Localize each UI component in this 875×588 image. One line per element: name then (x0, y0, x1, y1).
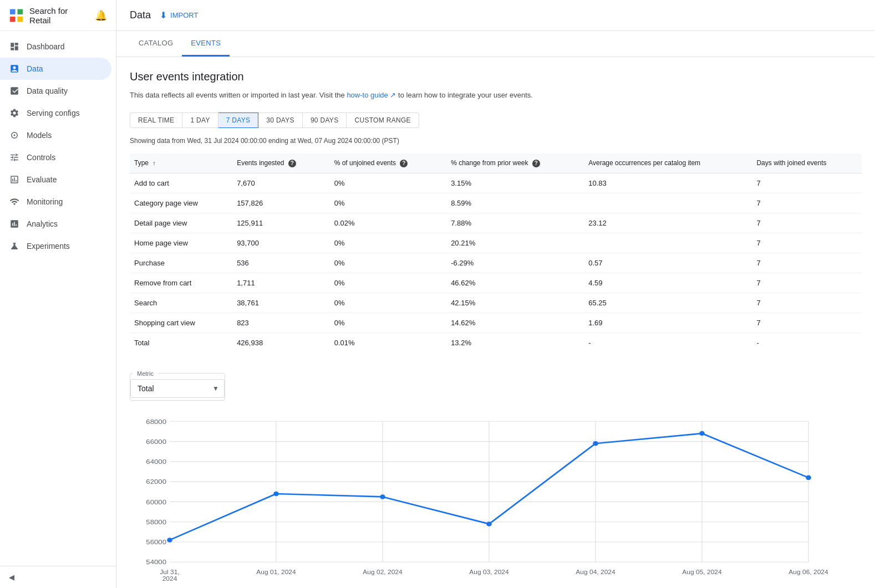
sidebar: Search for Retail 🔔 Dashboard Data Data … (0, 0, 116, 588)
time-btn-90-days[interactable]: 90 DAYS (303, 113, 347, 128)
sidebar-item-analytics[interactable]: Analytics (0, 213, 111, 235)
svg-rect-1 (17, 9, 23, 14)
col-header-days-joined: Days with joined events (750, 154, 862, 173)
table-row: Detail page view 125,911 0.02% 7.88% 23.… (130, 213, 862, 233)
cell-pct-unjoined: 0% (328, 273, 444, 293)
sidebar-item-serving-configs[interactable]: Serving configs (0, 102, 111, 124)
svg-text:58000: 58000 (146, 518, 166, 525)
table-row: Home page view 93,700 0% 20.21% 7 (130, 233, 862, 253)
cell-type: Total (130, 333, 230, 352)
col-header-pct-change[interactable]: % change from prior week ? (444, 154, 582, 173)
metric-section: Metric TotalAdd to cartCategory page vie… (130, 370, 862, 401)
tabs-bar: CATALOG EVENTS (116, 31, 875, 57)
cell-avg-occurrences (582, 193, 750, 213)
sidebar-item-dashboard[interactable]: Dashboard (0, 35, 111, 58)
svg-text:Aug 01, 2024: Aug 01, 2024 (256, 569, 296, 575)
metric-legend: Metric (133, 370, 158, 377)
events-ingested-help-icon[interactable]: ? (288, 160, 296, 167)
chart-point-3 (486, 521, 492, 526)
sidebar-item-monitoring[interactable]: Monitoring (0, 191, 111, 213)
col-header-pct-unjoined[interactable]: % of unjoined events ? (328, 154, 444, 173)
metric-fieldset: Metric TotalAdd to cartCategory page vie… (130, 370, 225, 401)
svg-text:Aug 05, 2024: Aug 05, 2024 (682, 569, 721, 575)
content-area: CATALOG EVENTS User events integration T… (116, 31, 875, 588)
cell-days-joined: 7 (750, 213, 862, 233)
table-row: Shopping cart view 823 0% 14.62% 1.69 7 (130, 313, 862, 333)
svg-text:Aug 02, 2024: Aug 02, 2024 (363, 569, 402, 575)
svg-text:62000: 62000 (146, 478, 166, 485)
time-btn-30-days[interactable]: 30 DAYS (258, 113, 303, 128)
app-title: Search for Retail (29, 6, 89, 25)
sidebar-item-models-label: Models (27, 131, 52, 140)
svg-rect-0 (10, 9, 16, 14)
tab-events[interactable]: EVENTS (182, 31, 230, 57)
col-header-type[interactable]: Type ↑ (130, 154, 230, 173)
cell-pct-change: 42.15% (444, 293, 582, 313)
chart-point-4 (593, 441, 598, 446)
main-content: Data ⬇ IMPORT CATALOG EVENTS User events… (116, 0, 875, 588)
cell-events-ingested: 7,670 (230, 173, 328, 193)
cell-type: Purchase (130, 253, 230, 273)
cell-avg-occurrences: 0.57 (582, 253, 750, 273)
time-btn-real-time[interactable]: REAL TIME (130, 113, 182, 128)
cell-type: Shopping cart view (130, 313, 230, 333)
sidebar-item-data[interactable]: Data (0, 58, 111, 80)
chart-point-1 (273, 492, 279, 497)
sidebar-item-evaluate[interactable]: Evaluate (0, 168, 111, 191)
cell-pct-change: 20.21% (444, 233, 582, 253)
table-row: Search 38,761 0% 42.15% 65.25 7 (130, 293, 862, 313)
table-row: Total 426,938 0.01% 13.2% - - (130, 333, 862, 352)
cell-pct-unjoined: 0% (328, 293, 444, 313)
cell-events-ingested: 38,761 (230, 293, 328, 313)
chart-point-5 (699, 431, 705, 436)
svg-text:60000: 60000 (146, 498, 166, 505)
cell-avg-occurrences (582, 233, 750, 253)
cell-type: Add to cart (130, 173, 230, 193)
cell-days-joined: 7 (750, 293, 862, 313)
data-quality-icon (9, 85, 20, 96)
sidebar-item-experiments[interactable]: Experiments (0, 235, 111, 257)
sidebar-item-evaluate-label: Evaluate (27, 175, 57, 184)
notification-bell-icon[interactable]: 🔔 (95, 9, 107, 22)
data-icon (9, 63, 20, 74)
pct-change-help-icon[interactable]: ? (532, 160, 540, 167)
pct-unjoined-help-icon[interactable]: ? (400, 160, 408, 167)
how-to-guide-link[interactable]: how-to guide ↗ (347, 91, 396, 99)
svg-rect-3 (17, 16, 23, 22)
time-btn-1-day[interactable]: 1 DAY (182, 113, 218, 128)
cell-days-joined: 7 (750, 273, 862, 293)
sidebar-item-controls[interactable]: Controls (0, 146, 111, 168)
sidebar-item-models[interactable]: Models (0, 124, 111, 146)
cell-pct-unjoined: 0% (328, 313, 444, 333)
svg-point-4 (14, 135, 16, 136)
sidebar-collapse-button[interactable]: ◀ (0, 566, 116, 588)
tab-catalog[interactable]: CATALOG (130, 31, 182, 57)
page-title: Data (130, 9, 151, 21)
cell-avg-occurrences: 65.25 (582, 293, 750, 313)
time-btn-custom-range[interactable]: CUSTOM RANGE (347, 113, 419, 128)
time-btn-7-days[interactable]: 7 DAYS (218, 113, 259, 128)
cell-days-joined: - (750, 333, 862, 352)
cell-avg-occurrences: 1.69 (582, 313, 750, 333)
import-button[interactable]: ⬇ IMPORT (160, 10, 198, 21)
experiments-icon (9, 241, 20, 252)
svg-text:Aug 04, 2024: Aug 04, 2024 (576, 569, 615, 575)
cell-type: Detail page view (130, 213, 230, 233)
cell-type: Remove from cart (130, 273, 230, 293)
table-row: Add to cart 7,670 0% 3.15% 10.83 7 (130, 173, 862, 193)
serving-configs-icon (9, 108, 20, 119)
chart-point-2 (380, 494, 385, 499)
sort-icon: ↑ (152, 160, 156, 166)
sidebar-item-data-quality[interactable]: Data quality (0, 80, 111, 102)
cell-events-ingested: 93,700 (230, 233, 328, 253)
sidebar-item-serving-configs-label: Serving configs (27, 109, 80, 117)
cell-events-ingested: 125,911 (230, 213, 328, 233)
sidebar-item-data-quality-label: Data quality (27, 86, 68, 95)
cell-pct-change: 8.59% (444, 193, 582, 213)
svg-text:68000: 68000 (146, 418, 166, 425)
time-range-group: REAL TIME 1 DAY 7 DAYS 30 DAYS 90 DAYS C… (130, 113, 862, 128)
col-header-events-ingested[interactable]: Events ingested ? (230, 154, 328, 173)
section-title: User events integration (130, 70, 862, 83)
line-chart: 68000 66000 64000 62000 60000 58000 5600… (130, 410, 862, 587)
metric-select[interactable]: TotalAdd to cartCategory page viewDetail… (130, 379, 225, 398)
